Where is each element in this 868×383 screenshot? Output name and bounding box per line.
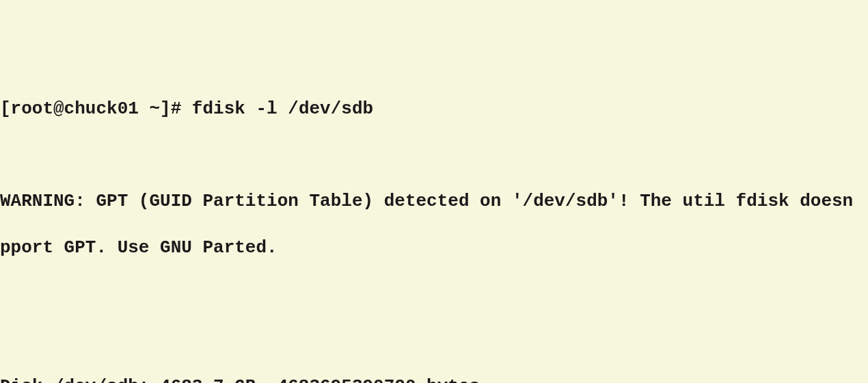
disk-info-line-1: Disk /dev/sdb: 4683.7 GB, 4683695390720 … — [0, 375, 868, 383]
blank-line — [0, 283, 868, 306]
warning-line-2: pport GPT. Use GNU Parted. — [0, 237, 868, 260]
prompt-text: [root@chuck01 ~]# — [0, 98, 192, 119]
blank-line — [0, 329, 868, 352]
command-line-1: [root@chuck01 ~]# fdisk -l /dev/sdb — [0, 98, 868, 121]
warning-line-1: WARNING: GPT (GUID Partition Table) dete… — [0, 190, 868, 213]
command-text: fdisk -l /dev/sdb — [192, 98, 373, 119]
blank-line — [0, 144, 868, 168]
